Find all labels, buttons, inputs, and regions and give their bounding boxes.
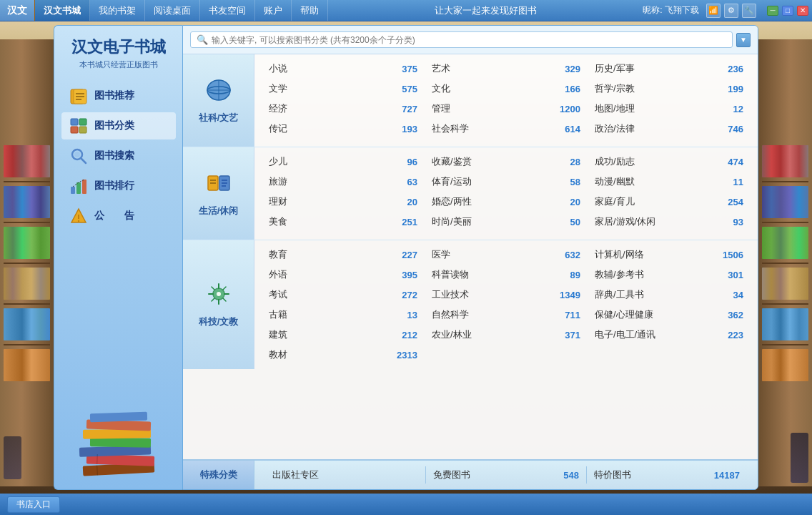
titlebar-center-text: 让大家一起来发现好图书 [328, 4, 643, 17]
nav-shelf[interactable]: 我的书架 [90, 0, 145, 21]
sheke-items: 小说 375 艺术 329 历史/军事 236 文学 575 文化 166 哲学… [254, 54, 758, 147]
cat-name: 历史/军事 [595, 62, 635, 75]
category-item[interactable]: 艺术 329 [428, 60, 584, 77]
category-item[interactable]: 教材 2313 [265, 346, 421, 363]
category-item[interactable]: 自然科学 711 [428, 306, 584, 323]
sidebar-item-notice[interactable]: 公 告 [61, 202, 176, 230]
category-item[interactable]: 传记 193 [265, 120, 421, 137]
category-item[interactable]: 保健/心理健康 362 [591, 306, 747, 323]
cat-name: 体育/运动 [432, 175, 472, 188]
free-count: 548 [563, 470, 579, 481]
category-item[interactable]: 历史/军事 236 [591, 60, 747, 77]
cat-name: 电子/电工/通讯 [595, 328, 655, 341]
category-item[interactable]: 建筑 212 [265, 326, 421, 343]
category-item[interactable]: 社会科学 614 [428, 120, 584, 137]
recommend-icon [69, 86, 89, 106]
category-item[interactable]: 教辅/参考书 301 [591, 266, 747, 283]
special-items: 出版社专区 免费图书 548 特价图书 14187 [254, 465, 758, 485]
cat-name: 动漫/幽默 [595, 175, 635, 188]
category-item[interactable]: 美食 251 [265, 213, 421, 230]
store-entry-button[interactable]: 书店入口 [7, 496, 60, 513]
category-item[interactable]: 婚恋/两性 20 [428, 193, 584, 210]
cat-name: 哲学/宗教 [595, 82, 635, 95]
config-icon[interactable]: 🔧 [742, 4, 756, 18]
sidebar-item-classify[interactable]: 图书分类 [61, 112, 176, 139]
cat-name: 教材 [269, 348, 287, 361]
settings-icon[interactable]: ⚙ [724, 4, 738, 18]
keji-icon [204, 281, 233, 312]
category-item[interactable]: 计算机/网络 1506 [591, 246, 747, 263]
category-item[interactable]: 家居/游戏/休闲 93 [591, 213, 747, 230]
sidebar-item-search[interactable]: 图书搜索 [61, 142, 176, 170]
nav-logo[interactable]: 汉文 [0, 0, 35, 21]
category-item[interactable]: 收藏/鉴赏 28 [428, 153, 584, 170]
search-input[interactable] [212, 35, 726, 45]
category-item[interactable]: 动漫/幽默 11 [591, 173, 747, 190]
category-item[interactable]: 地图/地理 12 [591, 100, 747, 117]
sidebar-notice-label: 公 告 [94, 210, 134, 222]
svg-line-47 [223, 287, 226, 290]
category-item[interactable]: 工业技术 1349 [428, 286, 584, 303]
special-item-discount[interactable]: 特价图书 14187 [587, 465, 747, 485]
bottom-bar: 书店入口 [0, 494, 812, 515]
category-item[interactable]: 科普读物 89 [428, 266, 584, 283]
left-shelves [0, 39, 54, 486]
nav-bookstore[interactable]: 汉文书城 [35, 0, 90, 21]
sidebar-item-rank[interactable]: 图书排行 [61, 172, 176, 200]
category-item[interactable]: 古籍 13 [265, 306, 421, 323]
category-item[interactable]: 考试 272 [265, 286, 421, 303]
category-item[interactable]: 教育 227 [265, 246, 421, 263]
cat-count: 20 [392, 197, 417, 207]
category-item[interactable]: 哲学/宗教 199 [591, 80, 747, 97]
category-item[interactable]: 电子/电工/通讯 223 [591, 326, 747, 343]
cat-count: 96 [392, 157, 417, 167]
category-item[interactable]: 政治/法律 746 [591, 120, 747, 137]
search-dropdown-button[interactable]: ▼ [736, 33, 751, 47]
category-item[interactable]: 农业/林业 371 [428, 326, 584, 343]
category-item[interactable]: 成功/励志 474 [591, 153, 747, 170]
classify-icon [69, 116, 89, 136]
nav-desktop[interactable]: 阅读桌面 [145, 0, 200, 21]
signal-icon[interactable]: 📶 [706, 4, 721, 18]
category-item[interactable]: 医学 632 [428, 246, 584, 263]
titlebar: 汉文 汉文书城 我的书架 阅读桌面 书友空间 账户 帮助 让大家一起来发现好图书… [0, 0, 812, 21]
nav-help[interactable]: 帮助 [292, 0, 328, 21]
nav-friends[interactable]: 书友空间 [200, 0, 255, 21]
svg-line-10 [81, 158, 86, 163]
category-item[interactable]: 辞典/工具书 34 [591, 286, 747, 303]
window-close-button[interactable]: ✕ [797, 6, 808, 16]
category-item[interactable]: 时尚/美丽 50 [428, 213, 584, 230]
special-item-publisher[interactable]: 出版社专区 [265, 465, 425, 485]
window-minimize-button[interactable]: ─ [767, 6, 778, 16]
categories-scroll[interactable]: 社科/文艺 小说 375 艺术 329 历史/军事 236 文学 575 文化 … [183, 54, 758, 459]
rank-icon [69, 176, 89, 196]
cat-name: 经济 [269, 102, 287, 115]
category-item[interactable]: 少儿 96 [265, 153, 421, 170]
sheke-name: 社科/文艺 [199, 112, 239, 124]
window-maximize-button[interactable]: □ [782, 6, 793, 16]
cat-count: 58 [555, 177, 580, 187]
category-item[interactable]: 管理 1200 [428, 100, 584, 117]
category-item[interactable]: 文化 166 [428, 80, 584, 97]
special-item-free[interactable]: 免费图书 548 [426, 465, 586, 485]
category-item[interactable]: 旅游 63 [265, 173, 421, 190]
svg-rect-8 [79, 127, 86, 133]
cat-count: 272 [392, 290, 417, 300]
sidebar-item-recommend[interactable]: 图书推荐 [61, 82, 176, 109]
category-item[interactable]: 经济 727 [265, 100, 421, 117]
sidebar-subtitle: 本书城只经营正版图书 [79, 59, 158, 70]
cat-name: 保健/心理健康 [595, 308, 653, 321]
cat-name: 自然科学 [432, 308, 469, 321]
cat-count: 12 [718, 104, 743, 114]
cat-count: 11 [718, 177, 743, 187]
cat-count: 254 [718, 197, 743, 207]
category-item[interactable]: 外语 395 [265, 266, 421, 283]
nav-account[interactable]: 账户 [255, 0, 292, 21]
category-item[interactable]: 小说 375 [265, 60, 421, 77]
category-item[interactable]: 理财 20 [265, 193, 421, 210]
cat-name: 教辅/参考书 [595, 268, 644, 281]
cat-name: 医学 [432, 248, 450, 261]
category-item[interactable]: 体育/运动 58 [428, 173, 584, 190]
category-item[interactable]: 文学 575 [265, 80, 421, 97]
category-item[interactable]: 家庭/育儿 254 [591, 193, 747, 210]
